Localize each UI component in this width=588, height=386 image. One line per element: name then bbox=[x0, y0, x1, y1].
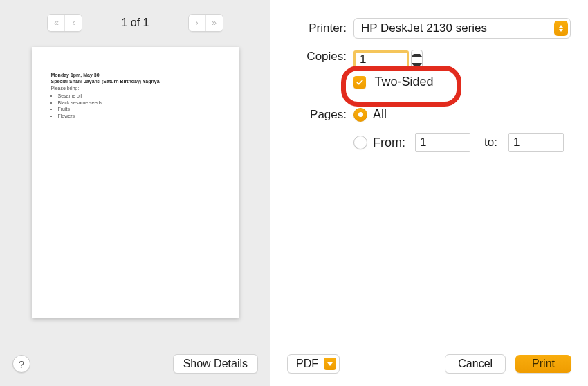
preview-item: Flowers bbox=[58, 113, 223, 119]
printer-value: HP DeskJet 2130 series bbox=[361, 21, 487, 35]
two-sided-label: Two-Sided bbox=[374, 75, 433, 89]
cancel-button[interactable]: Cancel bbox=[445, 354, 506, 374]
left-footer: ? Show Details bbox=[0, 342, 270, 386]
prev-button-group: « ‹ bbox=[47, 14, 82, 32]
first-page-button[interactable]: « bbox=[48, 15, 64, 31]
stepper-up-icon[interactable] bbox=[412, 50, 422, 59]
two-sided-checkbox[interactable] bbox=[353, 76, 366, 89]
print-label: Print bbox=[532, 358, 555, 370]
preview-list: Sesame oil Black sesame seeds Fruits Flo… bbox=[58, 93, 223, 119]
last-page-button[interactable]: » bbox=[205, 15, 223, 31]
show-details-button[interactable]: Show Details bbox=[173, 354, 258, 374]
copies-label: Copies: bbox=[284, 50, 347, 64]
check-icon bbox=[356, 78, 364, 86]
next-page-button[interactable]: › bbox=[189, 15, 205, 31]
copies-input-group: 1 bbox=[353, 50, 423, 69]
pages-label: Pages: bbox=[284, 108, 347, 122]
preview-nav: « ‹ 1 of 1 › » bbox=[0, 0, 270, 46]
prev-page-button[interactable]: ‹ bbox=[64, 15, 82, 31]
pdf-button[interactable]: PDF bbox=[287, 354, 340, 374]
printer-select[interactable]: HP DeskJet 2130 series bbox=[353, 18, 571, 39]
pages-all-option: All bbox=[353, 107, 387, 122]
printer-row: Printer: HP DeskJet 2130 series bbox=[284, 18, 571, 39]
pdf-label: PDF bbox=[296, 358, 318, 370]
copies-input[interactable]: 1 bbox=[353, 50, 409, 68]
copies-row: Copies: 1 bbox=[284, 50, 571, 69]
pages-from-input[interactable]: 1 bbox=[415, 133, 470, 152]
print-dialog: « ‹ 1 of 1 › » Monday 1pm, May 30 Specia… bbox=[0, 0, 588, 386]
pages-to-label: to: bbox=[484, 136, 497, 149]
next-button-group: › » bbox=[188, 14, 223, 32]
help-icon: ? bbox=[19, 358, 24, 370]
pages-to-value: 1 bbox=[513, 136, 520, 149]
preview-line-3: Please bring: bbox=[51, 85, 223, 91]
print-button[interactable]: Print bbox=[515, 355, 571, 373]
preview-line-1: Monday 1pm, May 30 bbox=[51, 72, 223, 78]
preview-item: Sesame oil bbox=[58, 93, 223, 99]
page-preview: Monday 1pm, May 30 Special Shani Jayanti… bbox=[32, 47, 239, 318]
pages-range-radio[interactable] bbox=[353, 136, 367, 149]
pages-to-input[interactable]: 1 bbox=[508, 133, 564, 152]
chevron-down-icon bbox=[324, 358, 336, 370]
settings-panel: Printer: HP DeskJet 2130 series Copies: … bbox=[270, 0, 588, 386]
show-details-label: Show Details bbox=[183, 358, 248, 370]
copies-stepper[interactable] bbox=[411, 50, 423, 69]
printer-label: Printer: bbox=[284, 21, 347, 35]
preview-item: Black sesame seeds bbox=[58, 100, 223, 106]
pages-all-radio[interactable] bbox=[353, 108, 367, 122]
pages-from-value: 1 bbox=[420, 136, 426, 149]
copies-value: 1 bbox=[360, 53, 366, 66]
preview-panel: « ‹ 1 of 1 › » Monday 1pm, May 30 Specia… bbox=[0, 0, 270, 386]
right-footer: PDF Cancel Print bbox=[270, 342, 588, 386]
help-button[interactable]: ? bbox=[12, 355, 30, 373]
page-indicator: 1 of 1 bbox=[121, 17, 149, 29]
updown-icon bbox=[554, 21, 568, 36]
stepper-down-icon[interactable] bbox=[412, 59, 422, 68]
cancel-label: Cancel bbox=[458, 358, 493, 370]
pages-row: Pages: All bbox=[284, 107, 571, 122]
two-sided-row: Two-Sided bbox=[353, 75, 571, 89]
pages-all-label: All bbox=[373, 107, 387, 122]
pages-range-option: From: 1 to: 1 bbox=[353, 133, 571, 152]
preview-item: Fruits bbox=[58, 106, 223, 112]
pages-from-label: From: bbox=[373, 136, 405, 150]
preview-content: Monday 1pm, May 30 Special Shani Jayanti… bbox=[51, 72, 223, 119]
preview-line-2: Special Shani Jayanti (Saturn Birthday) … bbox=[51, 78, 223, 84]
